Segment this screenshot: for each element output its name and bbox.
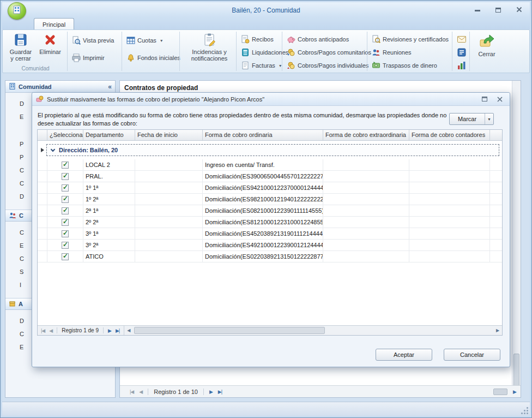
- row-checkbox[interactable]: [62, 173, 69, 180]
- record-count-label: Registro 1 de 9: [57, 327, 104, 333]
- previous-record-button[interactable]: ◀: [47, 328, 55, 333]
- accept-button[interactable]: Aceptar: [376, 349, 432, 361]
- cobros-anticipados-button[interactable]: Cobros anticipados: [285, 33, 350, 45]
- close-form-button[interactable]: Cerrar: [473, 32, 501, 67]
- row-checkbox[interactable]: [62, 184, 69, 192]
- column-header-seleccionar[interactable]: ¿Seleccionar?: [47, 130, 83, 140]
- next-record-button[interactable]: ▶: [207, 389, 215, 395]
- column-header-forma-extraordinaria[interactable]: Forma de cobro extraordinaria: [323, 130, 409, 140]
- maximize-button[interactable]: [492, 4, 504, 13]
- traspasos-label: Traspasos de dinero: [383, 62, 437, 69]
- row-checkbox[interactable]: [62, 207, 69, 214]
- table-row[interactable]: 2º 2ª Domiciliación(ES812100012231000122…: [38, 217, 502, 228]
- mail-button[interactable]: [455, 33, 469, 45]
- tab-principal[interactable]: Principal: [34, 18, 74, 30]
- dialog-close-button[interactable]: [494, 95, 506, 104]
- cell-departamento: LOCAL 2: [83, 159, 135, 170]
- row-checkbox[interactable]: [62, 242, 69, 249]
- table-row[interactable]: 1º 2ª Domiciliación(ES982100012194012222…: [38, 194, 502, 205]
- row-checkbox[interactable]: [62, 230, 69, 237]
- sidebar-group-comunidad[interactable]: Comunidad «: [5, 81, 115, 93]
- table-row[interactable]: 3º 1ª Domiciliación(ES452038921319011121…: [38, 228, 502, 240]
- first-record-button[interactable]: |◀: [39, 328, 47, 333]
- cell-forma-ordinaria: Domiciliación(ES0821000122390111114555): [203, 205, 323, 216]
- previous-record-button[interactable]: ◀: [137, 389, 144, 395]
- group-row-label: Dirección: Bailén, 20: [59, 147, 118, 153]
- cell-fecha: [135, 182, 203, 193]
- group-row[interactable]: Dirección: Bailén, 20: [46, 144, 499, 156]
- save-icon: [14, 33, 28, 47]
- record-count-label: Registro 1 de 10: [148, 389, 204, 395]
- last-record-button[interactable]: ▶|: [113, 328, 122, 333]
- table-row[interactable]: 1º 1ª Domiciliación(ES942100012237000012…: [38, 182, 502, 194]
- last-record-button[interactable]: ▶|: [216, 389, 224, 395]
- liquidaciones-button[interactable]: Liquidaciones: [239, 46, 290, 58]
- first-record-button[interactable]: |◀: [128, 389, 136, 395]
- reuniones-button[interactable]: Reuniones: [370, 46, 413, 58]
- vertical-scrollbar[interactable]: [512, 81, 521, 385]
- cobros-pagos-individuales-button[interactable]: Cobros/Pagos individuales: [285, 59, 370, 71]
- scrollbar-thumb[interactable]: [493, 389, 507, 395]
- row-checkbox[interactable]: [62, 219, 69, 226]
- money-transfer-icon: [372, 61, 380, 70]
- exit-arrow-icon: [479, 33, 495, 49]
- dialog-maximize-button[interactable]: [479, 95, 491, 104]
- cell-forma-contadores: [409, 217, 490, 228]
- marcar-label[interactable]: Marcar: [450, 114, 485, 124]
- chart-button[interactable]: [455, 59, 469, 71]
- recibos-button[interactable]: Recibos: [239, 33, 275, 45]
- cuotas-dropdown-button[interactable]: Cuotas▼: [125, 34, 165, 46]
- ribbon-separator: [122, 32, 122, 71]
- document-button[interactable]: [455, 46, 469, 58]
- print-preview-button[interactable]: Vista previa: [70, 34, 116, 46]
- cancel-button[interactable]: Cancelar: [444, 349, 500, 361]
- sidebar-group-label: Comunidad: [19, 83, 52, 90]
- resize-grip[interactable]: [521, 407, 528, 414]
- table-row[interactable]: ATICO Domiciliación(ES022038921315012222…: [38, 251, 502, 262]
- revisiones-button[interactable]: Revisiones y certificados: [370, 33, 450, 45]
- column-header-forma-contadores[interactable]: Forma de cobro contadores: [409, 130, 490, 140]
- print-preview-icon: [72, 36, 81, 45]
- column-header-forma-ordinaria[interactable]: Forma de cobro ordinaria: [203, 130, 323, 140]
- save-and-close-label: Guardar y cerrar: [10, 49, 32, 62]
- column-header-fecha[interactable]: Fecha de inicio: [135, 130, 203, 140]
- scroll-left-arrow[interactable]: ◀: [124, 328, 133, 333]
- close-button[interactable]: [513, 4, 525, 13]
- calculator-icon: [241, 48, 250, 57]
- minimize-button[interactable]: [471, 4, 483, 13]
- facturas-dropdown-button[interactable]: Facturas▼: [239, 59, 284, 71]
- next-record-button[interactable]: ▶: [106, 328, 113, 333]
- horizontal-scrollbar[interactable]: ◀ ▶: [124, 326, 502, 335]
- cell-fecha: [135, 159, 203, 170]
- ribbon-separator: [367, 32, 367, 71]
- row-checkbox[interactable]: [62, 196, 69, 203]
- save-and-close-button[interactable]: Guardar y cerrar: [7, 32, 34, 67]
- record-navigator: |◀ ◀ Registro 1 de 10 ▶ ▶| ▶: [120, 385, 521, 397]
- table-row[interactable]: LOCAL 2 Ingreso en cuenta/ Transf.: [38, 159, 502, 171]
- delete-button[interactable]: Eliminar: [35, 32, 65, 67]
- print-button[interactable]: Imprimir: [70, 52, 106, 64]
- row-checkbox[interactable]: [62, 162, 69, 169]
- scroll-right-arrow[interactable]: ▶: [511, 389, 518, 395]
- column-header-departamento[interactable]: Departamento: [83, 130, 135, 140]
- table-row[interactable]: PRAL. Domiciliación(ES390065004455701222…: [38, 171, 502, 182]
- collapse-chevron-icon[interactable]: [51, 147, 55, 152]
- fondos-iniciales-button[interactable]: Fondos iniciales: [125, 52, 182, 64]
- marcar-split-button[interactable]: Marcar ▼: [449, 113, 494, 125]
- application-menu-button[interactable]: [8, 2, 26, 20]
- cobros-pagos-comunitarios-button[interactable]: Cobros/Pagos comunitarios: [285, 46, 373, 58]
- chevron-down-icon[interactable]: ▼: [485, 114, 493, 124]
- scrollbar-thumb[interactable]: [134, 327, 325, 334]
- document-icon: [457, 47, 467, 57]
- status-bar: [2, 402, 530, 416]
- traspasos-button[interactable]: Traspasos de dinero: [370, 59, 439, 71]
- scrollbar-thumb[interactable]: [513, 354, 519, 386]
- cell-forma-extraordinaria: [323, 251, 409, 262]
- scroll-right-arrow[interactable]: ▶: [493, 328, 502, 333]
- incidencias-button[interactable]: Incidencias y notificaciones: [184, 32, 235, 67]
- row-checkbox[interactable]: [62, 253, 69, 260]
- ribbon-separator: [452, 32, 452, 71]
- table-row[interactable]: 3º 2ª Domiciliación(ES492100012239001212…: [38, 240, 502, 251]
- table-row[interactable]: 2ª 1ª Domiciliación(ES082100012239011111…: [38, 205, 502, 217]
- column-header-filler: [490, 130, 502, 140]
